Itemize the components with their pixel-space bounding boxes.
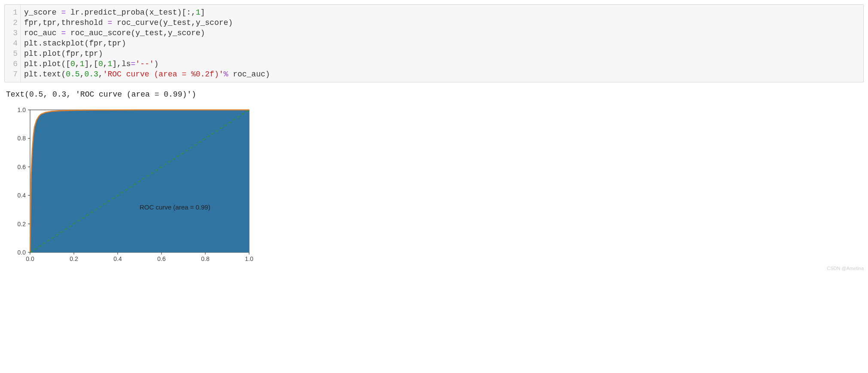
line-number: 6 xyxy=(7,59,18,69)
code-cell: 1 2 3 4 5 6 7 y_score = lr.predict_proba… xyxy=(4,4,864,82)
svg-text:0.6: 0.6 xyxy=(157,255,166,262)
line-gutter: 1 2 3 4 5 6 7 xyxy=(5,5,21,82)
watermark-text: CSDN @Ametina xyxy=(827,266,864,271)
svg-text:1.0: 1.0 xyxy=(245,255,253,262)
line-number: 7 xyxy=(7,69,18,79)
svg-text:0.4: 0.4 xyxy=(113,255,122,262)
code-editor[interactable]: y_score = lr.predict_proba(x_test)[:,1]f… xyxy=(21,5,863,82)
line-number: 1 xyxy=(7,7,18,18)
line-number: 4 xyxy=(7,38,18,49)
svg-text:0.0: 0.0 xyxy=(18,249,26,256)
svg-text:0.4: 0.4 xyxy=(18,192,26,199)
svg-text:0.0: 0.0 xyxy=(26,255,34,262)
line-number: 5 xyxy=(7,49,18,59)
svg-text:0.8: 0.8 xyxy=(201,255,210,262)
svg-text:0.2: 0.2 xyxy=(18,221,26,227)
svg-text:0.6: 0.6 xyxy=(18,164,26,170)
output-text: Text(0.5, 0.3, 'ROC curve (area = 0.99)'… xyxy=(6,90,864,99)
svg-text:1.0: 1.0 xyxy=(18,106,26,113)
line-number: 3 xyxy=(7,28,18,38)
svg-text:0.8: 0.8 xyxy=(18,135,26,142)
line-number: 2 xyxy=(7,18,18,28)
svg-text:0.2: 0.2 xyxy=(70,255,78,262)
roc-plot-svg: ROC curve (area = 0.99)0.00.20.40.60.81.… xyxy=(6,104,255,267)
svg-text:ROC curve (area = 0.99): ROC curve (area = 0.99) xyxy=(140,203,210,211)
roc-chart: ROC curve (area = 0.99)0.00.20.40.60.81.… xyxy=(6,104,864,269)
